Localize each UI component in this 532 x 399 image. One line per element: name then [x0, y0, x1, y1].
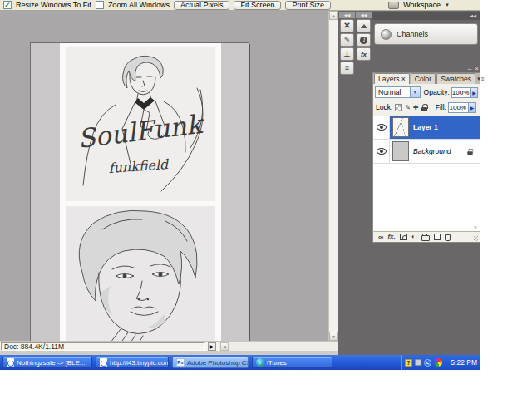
tray-clock[interactable]: 5:22 PM [451, 358, 477, 367]
tray-color-wheel-icon[interactable] [434, 358, 442, 367]
vertical-scrollbar[interactable]: ▲ ▼ [328, 11, 338, 341]
lock-label: Lock: [376, 103, 392, 111]
layer-row-layer1[interactable]: Layer 1 [373, 116, 480, 140]
fill-input[interactable]: 100% [448, 102, 469, 113]
lock-transparency-icon[interactable] [395, 104, 402, 111]
lock-all-icon[interactable] [421, 107, 427, 111]
layer1-name[interactable]: Layer 1 [413, 123, 438, 131]
layers-controls: Normal ▼ Opacity: 100% ▶ Lock: ✎ ✚ Fi [372, 84, 480, 116]
options-bar: ✓ Resize Windows To Fit Zoom All Windows… [0, 0, 480, 11]
panel-menu-icon[interactable]: ▼≡ [476, 74, 485, 84]
taskbar-button-browser-2[interactable]: http://i43.tinypic.com... [96, 357, 169, 368]
fit-screen-button[interactable]: Fit Screen [234, 1, 281, 10]
sketch-portrait-face [66, 206, 215, 342]
opacity-input[interactable]: 100% [451, 87, 471, 98]
info-icon[interactable]: i [357, 33, 371, 47]
opacity-label: Opacity: [424, 88, 450, 96]
tab-color[interactable]: Color [411, 73, 436, 84]
opacity-spinner-icon[interactable]: ▶ [471, 87, 478, 98]
lock-position-icon[interactable]: ✚ [413, 104, 419, 111]
background-thumbnail[interactable] [392, 141, 409, 161]
scroll-up-arrow-icon[interactable]: ▲ [329, 11, 338, 20]
palette-dock: ◀◀ ✕ ✎ ⊥ ≡ ◀◀ i fx ◀◀ Channels – × Layer… [338, 11, 480, 355]
taskbar-button-browser-1[interactable]: Nothingzsafe -> [BLE... [2, 357, 92, 368]
actual-pixels-button[interactable]: Actual Pixels [174, 1, 230, 10]
channels-label: Channels [397, 30, 428, 38]
taskbar: Nothingzsafe -> [BLE... http://i43.tinyp… [0, 355, 480, 370]
workspace-dropdown-arrow[interactable]: ▼ [445, 2, 450, 7]
panel-minimize-close-icons[interactable]: – × [468, 66, 480, 72]
icon-strip-right: ◀◀ i fx [356, 12, 372, 62]
tab-layers[interactable]: Layers × [374, 73, 410, 84]
artwork-signature: SoulFunk [76, 108, 206, 154]
layer-style-icon[interactable]: fx. [387, 233, 395, 241]
new-group-icon[interactable] [421, 235, 430, 241]
scroll-left-arrow-icon[interactable]: ◀ [220, 342, 229, 351]
taskbar-button-itunes[interactable]: ♪ iTunes [252, 357, 332, 368]
itunes-icon: ♪ [256, 358, 264, 367]
background-name[interactable]: Background [413, 147, 451, 155]
tab-swatches[interactable]: Swatches [436, 73, 475, 84]
eye-icon [377, 124, 387, 131]
scroll-down-arrow-icon[interactable]: ▼ [329, 332, 338, 341]
collapse-strip-icon[interactable]: ◀◀ [356, 12, 372, 18]
document-canvas[interactable]: SoulFunk funkfield [30, 42, 249, 343]
zoom-all-windows-label: Zoom All Windows [108, 1, 170, 9]
taskbar-button-photoshop[interactable]: Ps Adobe Photoshop CS... [172, 357, 249, 368]
visibility-cell[interactable] [373, 116, 390, 139]
adjustment-layer-icon[interactable]: ◐. [411, 233, 417, 241]
lock-pixels-icon[interactable]: ✎ [405, 104, 411, 111]
blend-mode-select[interactable]: Normal ▼ [375, 86, 421, 98]
doc-size-info: Doc: 884.4K/1.11M [1, 342, 205, 351]
collapse-dock-icon: ◀◀ [470, 13, 476, 18]
histogram-icon[interactable] [357, 19, 371, 32]
system-tray: ? < 5:22 PM [401, 355, 480, 370]
taskbar-button-label: Adobe Photoshop CS... [187, 359, 249, 367]
taskbar-button-label: iTunes [267, 359, 287, 367]
taskbar-button-label: Nothingzsafe -> [BLE... [17, 359, 86, 367]
artwork-subtitle: funkfield [108, 156, 170, 176]
workspace-background: SoulFunk funkfield [0, 11, 328, 341]
taskbar-button-label: http://i43.tinypic.com... [110, 359, 169, 367]
fill-spinner-icon[interactable]: ▶ [469, 102, 476, 113]
status-menu-arrow[interactable]: ▶ [208, 342, 216, 351]
lock-options: ✎ ✚ [395, 104, 426, 111]
tray-help-icon[interactable]: ? [405, 359, 412, 367]
add-layer-mask-icon[interactable] [400, 234, 407, 240]
icon-strip-left: ◀◀ ✕ ✎ ⊥ ≡ [339, 12, 355, 76]
photoshop-icon: Ps [176, 358, 185, 367]
sketch-panel-top: SoulFunk funkfield [66, 47, 215, 201]
blend-mode-dropdown-icon[interactable]: ▼ [410, 87, 420, 97]
panel-resize-grip[interactable] [474, 236, 479, 241]
resize-windows-checkbox[interactable]: ✓ [3, 1, 12, 9]
layer-comps-icon[interactable]: ≡ [340, 62, 354, 75]
resize-windows-label: Resize Windows To Fit [16, 1, 91, 9]
channels-panel-button[interactable]: Channels [374, 23, 478, 45]
channels-icon [381, 29, 392, 40]
list-scroll-hint-icon: ▼ [473, 225, 478, 230]
workspace-label[interactable]: Workspace [403, 1, 441, 9]
fill-label: Fill: [436, 103, 446, 111]
browser-icon [7, 358, 14, 367]
background-lock-icon [467, 151, 472, 155]
layer1-thumbnail[interactable] [392, 117, 409, 137]
workspace-icon [388, 2, 399, 9]
delete-layer-icon[interactable] [445, 234, 451, 241]
visibility-cell[interactable] [373, 140, 390, 163]
dock-collapse-header[interactable]: ◀◀ [372, 12, 480, 20]
new-layer-icon[interactable] [434, 234, 441, 240]
clone-source-icon[interactable]: ⊥ [340, 47, 354, 61]
tray-hidden-icons-chevron[interactable]: < [424, 359, 431, 367]
tray-app-icon[interactable] [415, 359, 421, 366]
styles-icon[interactable]: fx [357, 47, 371, 61]
print-size-button[interactable]: Print Size [285, 1, 331, 10]
zoom-all-windows-checkbox[interactable] [96, 1, 104, 9]
layer-list: Layer 1 Background ▼ [372, 116, 480, 231]
link-layers-icon[interactable]: ∞ [378, 233, 383, 241]
layers-panel: – × Layers × Color Swatches ▼≡ Normal ▼ … [372, 66, 480, 243]
collapse-strip-icon[interactable]: ◀◀ [339, 12, 355, 18]
tool-presets-icon[interactable]: ✕ [340, 19, 354, 32]
brushes-icon[interactable]: ✎ [340, 33, 354, 47]
layer-row-background[interactable]: Background [373, 140, 480, 164]
blend-mode-value: Normal [378, 88, 401, 96]
